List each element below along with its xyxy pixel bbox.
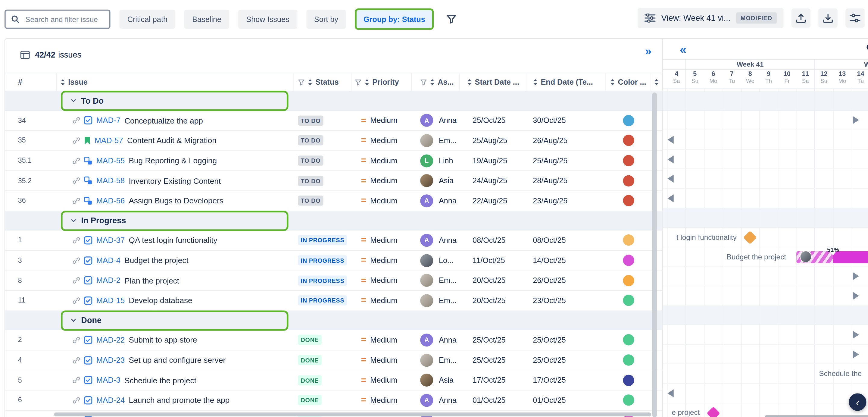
status-badge[interactable]: DONE [298,375,321,385]
column-header[interactable]: Status [293,73,351,91]
column-header[interactable]: Color ... [606,73,651,91]
chevron-down-icon[interactable] [70,317,77,324]
color-dot[interactable] [623,235,634,246]
issue-summary[interactable]: Schedule the project [124,376,196,385]
sort-icon[interactable] [654,79,659,85]
issue-row[interactable]: 34MAD-7Conceptualize the appTO DO=Medium… [5,111,662,131]
gantt-row[interactable]: Budget the project51% [663,247,868,267]
gantt-row[interactable] [663,384,868,403]
status-badge[interactable]: IN PROGRESS [298,235,347,245]
assignee-avatar[interactable] [420,294,433,307]
issue-summary[interactable]: Bug Reporting & Logging [129,156,217,165]
offscreen-right-indicator[interactable] [852,350,859,358]
search-box[interactable] [4,10,111,29]
priority-label[interactable]: Medium [370,376,397,384]
link-icon[interactable] [72,356,80,364]
start-date[interactable]: 24/Aug/25 [472,177,507,185]
assignee-avatar[interactable] [420,274,433,287]
sort-by-button[interactable]: Sort by [306,10,346,29]
issue-summary[interactable]: Set up and configure server [129,356,226,364]
issue-key-link[interactable]: MAD-58 [96,177,125,185]
issue-key-link[interactable]: MAD-23 [96,356,125,364]
view-selector[interactable]: View: Week 41 vi... MODIFIED [638,8,783,28]
offscreen-left-indicator[interactable] [668,136,674,144]
color-dot[interactable] [623,135,634,146]
gantt-row[interactable] [663,267,868,286]
gantt-row[interactable] [663,130,868,150]
gantt-row[interactable] [663,286,868,306]
color-dot[interactable] [623,395,634,406]
end-date[interactable]: 01/Oct/25 [533,396,566,404]
start-date[interactable]: 22/Aug/25 [472,197,507,205]
issue-summary[interactable]: Conceptualize the app [124,116,203,125]
table-h-scrollbar[interactable] [54,413,651,416]
end-date[interactable]: 23/Aug/25 [533,197,567,205]
offscreen-left-indicator[interactable] [668,155,674,163]
milestone-diamond[interactable] [743,231,757,244]
priority-label[interactable]: Medium [370,396,397,404]
assignee-avatar[interactable]: A [420,234,433,247]
status-badge[interactable]: TO DO [298,196,323,206]
assignee-avatar[interactable]: A [420,333,433,347]
end-date[interactable]: 08/Oct/25 [533,236,566,245]
color-dot[interactable] [623,175,634,186]
gantt-row[interactable]: Schedule the [663,364,868,384]
status-badge[interactable]: TO DO [298,136,323,146]
start-date[interactable]: 25/Oct/25 [472,116,505,125]
issue-key-link[interactable]: MAD-57 [95,137,123,145]
link-icon[interactable] [72,277,80,284]
gantt-row[interactable] [663,169,868,189]
issue-row[interactable]: 36MAD-56Assign Bugs to DevelopersTO DO=M… [5,191,662,211]
color-dot[interactable] [623,155,634,166]
filter-button[interactable] [443,10,461,28]
offscreen-left-indicator[interactable] [668,175,674,183]
issue-row[interactable]: 35.1MAD-55Bug Reporting & LoggingTO DO=M… [5,151,662,171]
color-dot[interactable] [623,375,634,386]
issue-key-link[interactable]: MAD-55 [96,156,125,165]
issue-key-link[interactable]: MAD-37 [96,236,125,245]
search-input[interactable] [24,14,104,24]
end-date[interactable]: 26/Aug/25 [533,137,567,145]
gantt-row[interactable] [663,111,868,130]
start-date[interactable]: 08/Oct/25 [472,236,505,245]
issue-summary[interactable]: Submit to app store [129,336,197,345]
color-dot[interactable] [623,295,634,306]
issue-row[interactable]: 5MAD-3Schedule the projectDONE=MediumAsi… [5,370,662,390]
assignee-avatar[interactable]: A [420,394,433,407]
status-badge[interactable]: TO DO [298,155,323,166]
group-row[interactable]: To Do [5,91,662,111]
link-icon[interactable] [72,197,80,204]
link-icon[interactable] [72,157,80,164]
issue-row[interactable]: 3MAD-4Budget the projectIN PROGRESS=Medi… [5,251,662,271]
column-header[interactable] [651,73,662,91]
color-dot[interactable] [623,195,634,206]
start-date[interactable]: 20/Oct/25 [472,296,505,305]
issue-row[interactable]: 8MAD-2Plan the projectIN PROGRESS=Medium… [5,271,662,291]
status-badge[interactable]: IN PROGRESS [298,295,347,305]
issue-key-link[interactable]: MAD-4 [96,256,121,265]
issue-key-link[interactable]: MAD-7 [96,116,121,125]
milestone-diamond[interactable] [707,406,720,417]
priority-label[interactable]: Medium [370,356,397,364]
column-header[interactable]: Start Date ... [460,73,527,91]
issue-summary[interactable]: Budget the project [124,256,189,265]
sort-icon[interactable] [365,79,370,85]
status-badge[interactable]: DONE [298,355,321,365]
issue-key-link[interactable]: MAD-15 [96,296,125,305]
link-icon[interactable] [72,117,80,124]
export-button[interactable] [792,8,811,28]
import-button[interactable] [818,8,838,28]
gantt-row[interactable] [663,150,868,169]
offscreen-right-indicator[interactable] [852,272,859,280]
collapse-fab-button[interactable]: ‹ [849,393,866,411]
settings-button[interactable] [845,8,865,28]
start-date[interactable]: 20/Oct/25 [472,276,505,285]
issue-summary[interactable]: Assign Bugs to Developers [129,196,223,205]
filter-icon[interactable] [355,79,362,85]
group-by-status-button[interactable]: Group by: Status [355,8,434,30]
link-icon[interactable] [72,257,80,264]
issue-row[interactable]: 6MAD-24Launch and promote the appDONE=Me… [5,390,662,411]
assignee-avatar[interactable] [420,174,433,187]
status-badge[interactable]: DONE [298,335,321,345]
color-dot[interactable] [623,115,634,126]
